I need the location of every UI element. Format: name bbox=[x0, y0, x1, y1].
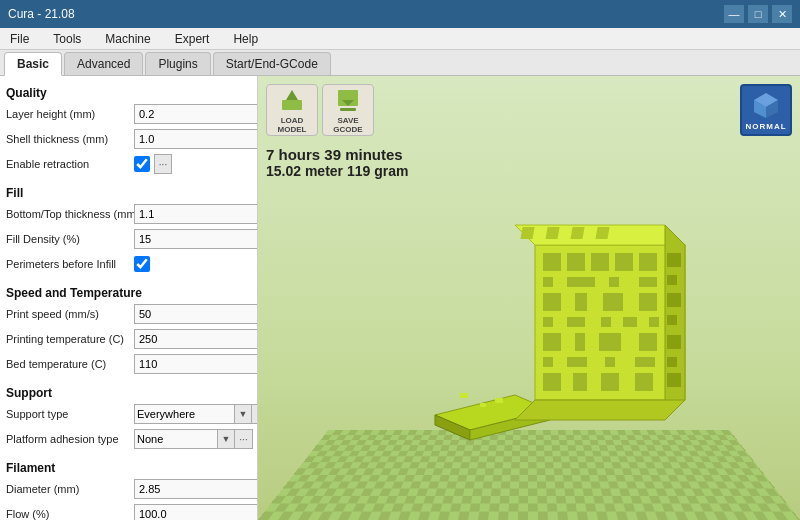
svg-rect-52 bbox=[667, 253, 681, 267]
section-support-title: Support bbox=[4, 382, 253, 402]
svg-rect-34 bbox=[543, 333, 561, 351]
field-shell-thickness-input[interactable] bbox=[134, 129, 258, 149]
save-gcode-label: SAVE GCODE bbox=[323, 116, 373, 134]
svg-rect-50 bbox=[595, 227, 609, 239]
menu-machine[interactable]: Machine bbox=[99, 30, 156, 48]
field-support-type-label: Support type bbox=[4, 408, 134, 420]
svg-rect-22 bbox=[567, 277, 595, 287]
svg-rect-28 bbox=[639, 293, 657, 311]
field-platform-adhesion-select[interactable]: None Brim Raft bbox=[134, 429, 217, 449]
field-shell-thickness-label: Shell thickness (mm) bbox=[4, 133, 134, 145]
app-title: Cura - 21.08 bbox=[8, 7, 75, 21]
tab-advanced[interactable]: Advanced bbox=[64, 52, 143, 75]
model-3d-view bbox=[405, 185, 705, 465]
svg-rect-20 bbox=[639, 253, 657, 271]
svg-rect-29 bbox=[543, 317, 553, 327]
section-fill-title: Fill bbox=[4, 182, 253, 202]
field-enable-retraction-dots[interactable]: ··· bbox=[154, 154, 172, 174]
load-model-icon bbox=[278, 86, 306, 114]
field-support-type: Support type Everywhere Touching buildpl… bbox=[4, 402, 253, 426]
svg-rect-12 bbox=[460, 393, 468, 398]
window-controls: — □ ✕ bbox=[724, 5, 792, 23]
field-print-speed-label: Print speed (mm/s) bbox=[4, 308, 134, 320]
field-perimeters-before-infill: Perimeters before Infill bbox=[4, 252, 253, 276]
svg-rect-40 bbox=[605, 357, 615, 367]
normal-view-icon bbox=[751, 90, 781, 120]
svg-rect-24 bbox=[639, 277, 657, 287]
svg-rect-35 bbox=[575, 333, 585, 351]
field-diameter: Diameter (mm) bbox=[4, 477, 253, 501]
field-shell-thickness: Shell thickness (mm) bbox=[4, 127, 253, 151]
svg-rect-57 bbox=[667, 357, 677, 367]
field-enable-retraction-checkbox[interactable] bbox=[134, 156, 150, 172]
maximize-button[interactable]: □ bbox=[748, 5, 768, 23]
field-diameter-input[interactable] bbox=[134, 479, 258, 499]
field-fill-density-wrap: ··· bbox=[134, 229, 258, 249]
field-print-speed-input[interactable] bbox=[134, 304, 258, 324]
svg-rect-0 bbox=[282, 100, 302, 110]
svg-rect-48 bbox=[545, 227, 559, 239]
svg-rect-54 bbox=[667, 293, 681, 307]
field-flow-label: Flow (%) bbox=[4, 508, 134, 520]
field-perimeters-label: Perimeters before Infill bbox=[4, 258, 134, 270]
material-text: 15.02 meter 119 gram bbox=[266, 163, 408, 179]
left-panel: Quality Layer height (mm) Shell thicknes… bbox=[0, 76, 258, 520]
svg-marker-59 bbox=[515, 400, 685, 420]
svg-rect-42 bbox=[543, 373, 561, 391]
field-bed-temp: Bed temperature (C) bbox=[4, 352, 253, 376]
section-quality-title: Quality bbox=[4, 82, 253, 102]
field-support-type-select[interactable]: Everywhere Touching buildplate None bbox=[134, 404, 234, 424]
close-button[interactable]: ✕ bbox=[772, 5, 792, 23]
load-model-label: LOAD MODEL bbox=[267, 116, 317, 134]
tab-plugins[interactable]: Plugins bbox=[145, 52, 210, 75]
svg-rect-25 bbox=[543, 293, 561, 311]
field-print-temp: Printing temperature (C) bbox=[4, 327, 253, 351]
svg-rect-38 bbox=[543, 357, 553, 367]
field-layer-height: Layer height (mm) bbox=[4, 102, 253, 126]
main-content: Quality Layer height (mm) Shell thicknes… bbox=[0, 76, 800, 520]
svg-rect-18 bbox=[591, 253, 609, 271]
field-support-type-arrow[interactable]: ▼ bbox=[234, 404, 252, 424]
svg-rect-16 bbox=[543, 253, 561, 271]
tab-basic[interactable]: Basic bbox=[4, 52, 62, 76]
svg-rect-49 bbox=[570, 227, 584, 239]
svg-rect-43 bbox=[573, 373, 587, 391]
minimize-button[interactable]: — bbox=[724, 5, 744, 23]
save-gcode-button[interactable]: SAVE GCODE bbox=[322, 84, 374, 136]
field-bed-temp-input[interactable] bbox=[134, 354, 258, 374]
view-info: 7 hours 39 minutes 15.02 meter 119 gram bbox=[266, 146, 408, 179]
svg-rect-26 bbox=[575, 293, 587, 311]
field-platform-adhesion-wrap: None Brim Raft ▼ ··· bbox=[134, 429, 253, 449]
field-bottom-top-thickness-input[interactable] bbox=[134, 204, 258, 224]
svg-rect-36 bbox=[599, 333, 621, 351]
normal-view-label: NORMAL bbox=[745, 122, 786, 131]
field-layer-height-input[interactable] bbox=[134, 104, 258, 124]
svg-rect-55 bbox=[667, 315, 677, 325]
save-gcode-icon bbox=[334, 86, 362, 114]
menu-file[interactable]: File bbox=[4, 30, 35, 48]
field-bed-temp-label: Bed temperature (C) bbox=[4, 358, 134, 370]
field-flow-input[interactable] bbox=[134, 504, 258, 520]
field-fill-density-label: Fill Density (%) bbox=[4, 233, 134, 245]
menu-expert[interactable]: Expert bbox=[169, 30, 216, 48]
field-platform-adhesion-dots[interactable]: ··· bbox=[235, 429, 253, 449]
field-bottom-top-thickness: Bottom/Top thickness (mm) bbox=[4, 202, 253, 226]
field-diameter-label: Diameter (mm) bbox=[4, 483, 134, 495]
tab-startend-gcode[interactable]: Start/End-GCode bbox=[213, 52, 331, 75]
field-fill-density-input[interactable] bbox=[134, 229, 258, 249]
menu-help[interactable]: Help bbox=[227, 30, 264, 48]
field-perimeters-checkbox[interactable] bbox=[134, 256, 150, 272]
menu-tools[interactable]: Tools bbox=[47, 30, 87, 48]
field-fill-density: Fill Density (%) ··· bbox=[4, 227, 253, 251]
field-enable-retraction-label: Enable retraction bbox=[4, 158, 134, 170]
field-platform-adhesion-arrow[interactable]: ▼ bbox=[217, 429, 235, 449]
svg-marker-1 bbox=[286, 90, 298, 100]
load-model-button[interactable]: LOAD MODEL bbox=[266, 84, 318, 136]
field-print-temp-input[interactable] bbox=[134, 329, 258, 349]
svg-rect-45 bbox=[635, 373, 653, 391]
svg-rect-44 bbox=[601, 373, 619, 391]
svg-rect-47 bbox=[520, 227, 534, 239]
normal-view-button[interactable]: NORMAL bbox=[740, 84, 792, 136]
svg-rect-13 bbox=[495, 398, 503, 403]
svg-rect-27 bbox=[603, 293, 623, 311]
